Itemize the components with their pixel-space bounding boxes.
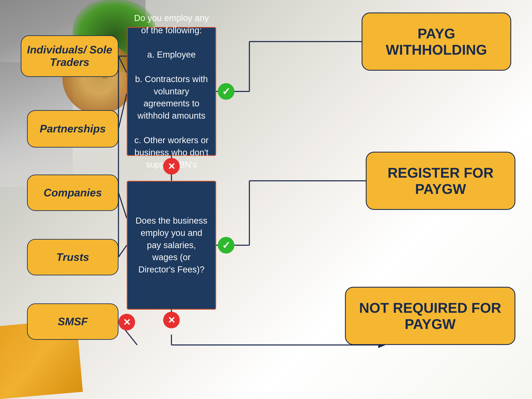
x-icon-2	[119, 314, 135, 330]
entity-smsf: SMSF	[27, 304, 119, 340]
result-register-paygw: REGISTER FORPAYGW	[366, 152, 515, 210]
check-icon-2	[218, 237, 234, 253]
x-icon-3	[163, 312, 180, 328]
entity-trusts: Trusts	[27, 239, 119, 275]
x-icon-1	[163, 158, 180, 175]
result-payg-withholding: PAYGWITHHOLDING	[361, 13, 511, 71]
check-icon-1	[218, 83, 234, 100]
question-box-2: Does the business employ you and pay sal…	[127, 181, 216, 310]
entity-companies: Companies	[27, 175, 119, 211]
question-box-1: Do you employ any of the following:a. Em…	[127, 27, 216, 156]
result-not-required: NOT REQUIRED FORPAYGW	[345, 287, 515, 345]
entity-partnerships: Partnerships	[27, 110, 119, 147]
entity-individuals: Individuals/ Sole Traders	[21, 35, 119, 77]
